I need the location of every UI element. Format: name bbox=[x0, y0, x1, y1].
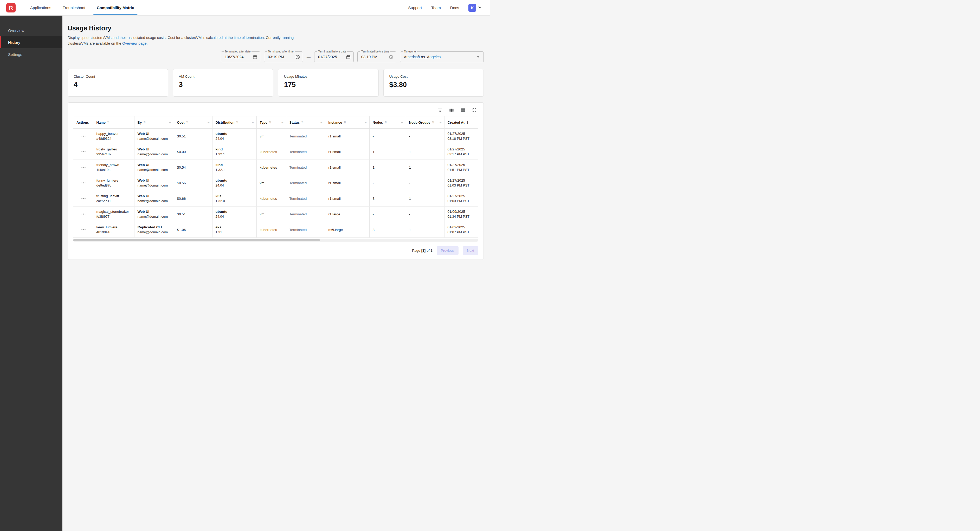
table-row[interactable]: frosty_galileo 995b7182 Web UI name@doma… bbox=[73, 144, 478, 160]
row-actions-button[interactable] bbox=[80, 134, 88, 138]
column-header-cost[interactable]: Cost⇅≡ bbox=[174, 116, 212, 128]
sort-icon[interactable]: ⇅ bbox=[384, 120, 387, 124]
row-actions-button[interactable] bbox=[80, 196, 88, 201]
column-header-distribution[interactable]: Distribution⇅≡ bbox=[212, 116, 256, 128]
column-header-name[interactable]: Name⇅ bbox=[93, 116, 134, 128]
columns-icon[interactable] bbox=[449, 107, 454, 113]
page-prefix: Page bbox=[412, 249, 420, 252]
sort-icon[interactable]: ⇅ bbox=[107, 120, 110, 124]
sort-icon[interactable]: ⇅ bbox=[269, 120, 272, 124]
column-menu-icon[interactable]: ≡ bbox=[320, 120, 323, 124]
row-actions-button[interactable] bbox=[80, 181, 88, 185]
sort-desc-icon[interactable]: ↓ bbox=[466, 120, 469, 124]
creator-email-link[interactable]: name@domain.com bbox=[138, 152, 171, 156]
table-header-row: ActionsName⇅By⇅≡Cost⇅≡Distribution⇅≡Type… bbox=[73, 116, 478, 128]
sidebar-item-overview[interactable]: Overview bbox=[0, 24, 62, 36]
sidebar-item-history[interactable]: History bbox=[0, 36, 62, 48]
table-row[interactable]: keen_lumiere 4819de16 Replicated CLI nam… bbox=[73, 222, 478, 238]
created-time: 01:51 PM PST bbox=[448, 168, 476, 172]
page-suffix: of 1 bbox=[426, 249, 433, 252]
creator-email-link[interactable]: name@domain.com bbox=[138, 215, 171, 219]
column-header-actions[interactable]: Actions bbox=[73, 116, 93, 128]
account-menu[interactable]: K bbox=[468, 4, 482, 12]
table-row[interactable]: magical_stonebraker fe3f8977 Web UI name… bbox=[73, 206, 478, 222]
column-header-created-at[interactable]: Created At↓ bbox=[444, 116, 478, 128]
description-text-before: Displays prior clusters/VMs and their as… bbox=[68, 36, 294, 46]
sort-icon[interactable]: ⇅ bbox=[432, 120, 434, 124]
terminated-before-time-value[interactable]: 03:19 PM bbox=[361, 55, 377, 59]
column-menu-icon[interactable]: ≡ bbox=[208, 120, 210, 124]
row-actions-button[interactable] bbox=[80, 165, 88, 170]
table-row[interactable]: funny_lumiere de9ed87d Web UI name@domai… bbox=[73, 175, 478, 191]
clock-icon[interactable] bbox=[293, 55, 300, 60]
table-row[interactable]: trusting_leavitt cae5ea11 Web UI name@do… bbox=[73, 191, 478, 206]
column-header-by[interactable]: By⇅≡ bbox=[134, 116, 174, 128]
avatar[interactable]: K bbox=[468, 4, 476, 12]
terminated-before-date-field[interactable]: Terminated before date 01/27/2025 bbox=[314, 51, 354, 62]
node-groups-cell: - bbox=[406, 128, 444, 144]
density-icon[interactable] bbox=[460, 107, 466, 113]
column-header-status[interactable]: Status⇅≡ bbox=[286, 116, 325, 128]
terminated-after-date-value[interactable]: 10/27/2024 bbox=[225, 55, 244, 59]
sidebar-item-settings[interactable]: Settings bbox=[0, 48, 62, 60]
calendar-icon[interactable] bbox=[343, 55, 351, 60]
replicated-logo[interactable]: R bbox=[6, 3, 16, 13]
row-actions-button[interactable] bbox=[80, 227, 88, 232]
filter-icon[interactable] bbox=[437, 107, 443, 113]
table-row[interactable]: happy_beaver a48d9324 Web UI name@domain… bbox=[73, 128, 478, 144]
nav-item-troubleshoot[interactable]: Troubleshoot bbox=[57, 0, 91, 15]
column-menu-icon[interactable]: ≡ bbox=[169, 120, 172, 124]
terminated-before-time-label: Terminated before time bbox=[360, 50, 390, 53]
nav-link-team[interactable]: Team bbox=[431, 5, 441, 10]
creator-email-link[interactable]: name@domain.com bbox=[138, 184, 171, 187]
terminated-after-time-value[interactable]: 03:19 PM bbox=[268, 55, 284, 59]
column-menu-icon[interactable]: ≡ bbox=[364, 120, 367, 124]
instance-cell: m6i.large bbox=[325, 222, 369, 238]
column-menu-icon[interactable]: ≡ bbox=[252, 120, 255, 124]
node-groups-cell: 1 bbox=[406, 222, 444, 238]
timezone-value[interactable]: America/Los_Angeles bbox=[404, 55, 441, 59]
column-header-nodes[interactable]: Nodes⇅≡ bbox=[369, 116, 406, 128]
scrollbar-thumb[interactable] bbox=[73, 239, 320, 241]
terminated-after-date-field[interactable]: Terminated after date 10/27/2024 bbox=[221, 51, 260, 62]
column-header-node-groups[interactable]: Node Groups⇅≡ bbox=[406, 116, 444, 128]
status-cell: Terminated bbox=[286, 160, 325, 175]
sort-icon[interactable]: ⇅ bbox=[236, 120, 239, 124]
terminated-after-time-field[interactable]: Terminated after time 03:19 PM bbox=[264, 51, 303, 62]
creator-email-link[interactable]: name@domain.com bbox=[138, 137, 171, 141]
column-header-instance[interactable]: Instance⇅≡ bbox=[325, 116, 369, 128]
nav-link-docs[interactable]: Docs bbox=[450, 5, 459, 10]
clock-icon[interactable] bbox=[386, 55, 393, 60]
timezone-select[interactable]: Timezone America/Los_Angeles bbox=[400, 51, 484, 62]
sort-icon[interactable]: ⇅ bbox=[186, 120, 189, 124]
nav-item-compatibility-matrix[interactable]: Compatibility Matrix bbox=[91, 0, 140, 15]
row-actions-button[interactable] bbox=[80, 212, 88, 216]
creator-email-link[interactable]: name@domain.com bbox=[138, 199, 171, 203]
chevron-down-icon[interactable] bbox=[477, 5, 482, 11]
terminated-before-date-value[interactable]: 01/27/2025 bbox=[318, 55, 337, 59]
calendar-icon[interactable] bbox=[250, 55, 258, 60]
sort-icon[interactable]: ⇅ bbox=[143, 120, 146, 124]
nav-item-applications[interactable]: Applications bbox=[24, 0, 57, 15]
caret-down-icon[interactable] bbox=[473, 54, 481, 60]
sort-icon[interactable]: ⇅ bbox=[344, 120, 346, 124]
terminated-before-time-field[interactable]: Terminated before time 03:19 PM bbox=[357, 51, 396, 62]
instance-cell: r1.small bbox=[325, 160, 369, 175]
column-menu-icon[interactable]: ≡ bbox=[401, 120, 404, 124]
creator-email-link[interactable]: name@domain.com bbox=[138, 168, 171, 172]
creator-email-link[interactable]: name@domain.com bbox=[138, 230, 171, 234]
horizontal-scrollbar[interactable] bbox=[73, 239, 478, 242]
sort-icon[interactable]: ⇅ bbox=[301, 120, 304, 124]
column-menu-icon[interactable]: ≡ bbox=[282, 120, 284, 124]
overview-page-link[interactable]: Overview page bbox=[122, 41, 146, 46]
column-header-type[interactable]: Type⇅≡ bbox=[256, 116, 286, 128]
page-current: [1] bbox=[422, 249, 426, 252]
status-cell: Terminated bbox=[286, 191, 325, 206]
table-row[interactable]: friendly_brown 1f40a19e Web UI name@doma… bbox=[73, 160, 478, 175]
fullscreen-icon[interactable] bbox=[471, 107, 477, 113]
row-actions-button[interactable] bbox=[80, 149, 88, 154]
previous-page-button[interactable]: Previous bbox=[437, 246, 459, 255]
next-page-button[interactable]: Next bbox=[463, 246, 478, 255]
column-menu-icon[interactable]: ≡ bbox=[439, 120, 442, 124]
nav-link-support[interactable]: Support bbox=[408, 5, 422, 10]
